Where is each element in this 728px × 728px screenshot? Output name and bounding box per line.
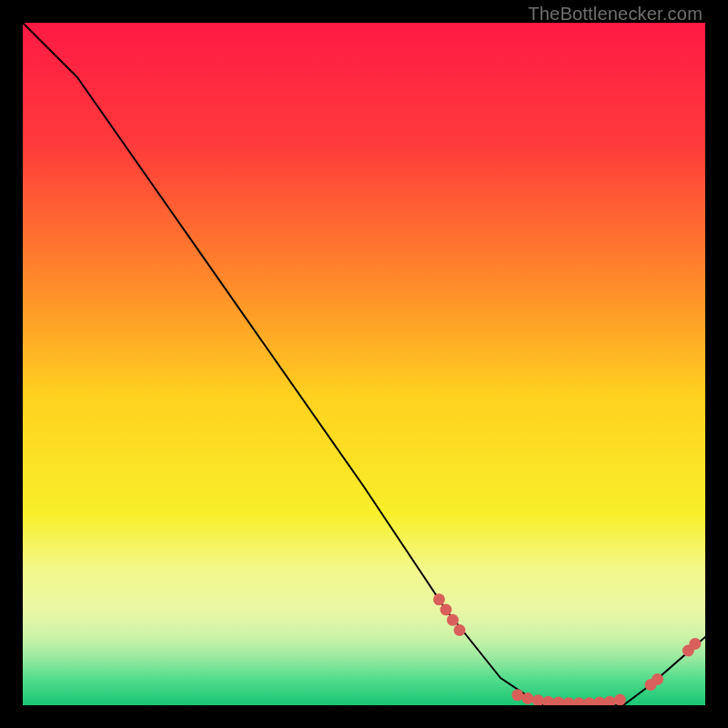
- bottleneck-curve: [23, 23, 705, 705]
- attribution-text: TheBottlenecker.com: [528, 4, 703, 25]
- data-point: [447, 614, 459, 626]
- marker-group: [433, 593, 701, 705]
- chart-overlay: [23, 23, 705, 705]
- data-point: [563, 697, 575, 705]
- data-point: [454, 624, 466, 636]
- data-point: [689, 638, 701, 650]
- data-point: [604, 696, 616, 705]
- data-point: [511, 689, 523, 701]
- data-point: [440, 604, 452, 616]
- data-point: [433, 593, 445, 605]
- data-point: [593, 697, 605, 706]
- data-point: [652, 673, 663, 685]
- data-point: [532, 694, 544, 705]
- data-point: [522, 693, 534, 704]
- data-point: [573, 697, 585, 705]
- plot-area: [23, 23, 705, 705]
- data-point: [614, 694, 626, 706]
- data-point: [583, 697, 595, 705]
- data-point: [552, 697, 564, 706]
- data-point: [542, 696, 554, 705]
- chart-stage: TheBottlenecker.com: [0, 0, 728, 728]
